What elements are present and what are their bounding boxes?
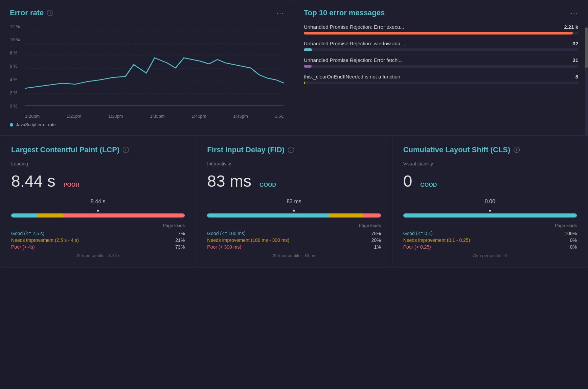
chart-x-axis: 1:20pm 1:25pm 1:30pm 1:35pm 1:40pm 1:45p… bbox=[25, 114, 284, 119]
fid-stat-needs: Needs improvement (100 ms - 300 ms) 20% bbox=[207, 237, 381, 243]
fid-stat-poor-value: 1% bbox=[374, 244, 381, 250]
lcp-subtitle: Loading bbox=[11, 161, 185, 166]
fid-title: First Input Delay (FID) i bbox=[207, 145, 294, 154]
cls-stat-needs: Needs improvement (0.1 - 0.25) 0% bbox=[403, 237, 577, 243]
chart-svg-container bbox=[25, 24, 284, 109]
error-rate-title: Error rate i bbox=[10, 8, 53, 17]
error-item[interactable]: Unhandled Promise Rejection: Error execu… bbox=[304, 24, 578, 35]
lcp-stat-needs: Needs improvement (2.5 s - 4 s) 21% bbox=[11, 237, 185, 243]
lcp-info-icon[interactable]: i bbox=[123, 147, 129, 153]
cls-gauge-bar bbox=[403, 213, 577, 218]
cls-gauge-section: 0.00 ▼ bbox=[403, 199, 577, 218]
error-bar-2 bbox=[304, 48, 312, 51]
cls-value-row: 0 GOOD bbox=[403, 172, 577, 190]
error-bar-container-4 bbox=[304, 82, 578, 84]
fid-stat-good-label: Good (<= 100 ms) bbox=[207, 231, 246, 236]
cls-stat-needs-value: 0% bbox=[570, 237, 577, 243]
cls-title-text: Cumulative Layout Shift (CLS) bbox=[403, 145, 511, 154]
lcp-stat-needs-label: Needs improvement (2.5 s - 4 s) bbox=[11, 237, 79, 243]
error-bar-container-1 bbox=[304, 32, 578, 35]
error-bar-4 bbox=[304, 82, 305, 84]
lcp-page-loads: Page loads bbox=[11, 223, 185, 228]
legend-dot-js-error bbox=[10, 123, 13, 127]
fid-panel: First Input Delay (FID) i Interactivity … bbox=[196, 136, 392, 268]
fid-percentile: 75th percentile - 83 ms bbox=[207, 253, 381, 258]
fid-subtitle: Interactivity bbox=[207, 161, 381, 166]
top-errors-header: Top 10 error messages ··· bbox=[304, 8, 578, 17]
error-rate-chart: 12 % 10 % 8 % 6 % 4 % 2 % 0 % bbox=[10, 24, 284, 119]
cls-stat-needs-label: Needs improvement (0.1 - 0.25) bbox=[403, 237, 470, 243]
lcp-stat-good: Good (<= 2.5 s) 7% bbox=[11, 231, 185, 236]
fid-value: 83 ms bbox=[207, 172, 251, 190]
lcp-stat-poor-value: 73% bbox=[175, 244, 185, 250]
legend-label-js-error: JavaScript error rate bbox=[16, 122, 56, 127]
lcp-stat-poor-label: Poor (> 4s) bbox=[11, 244, 35, 250]
lcp-value-row: 8.44 s POOR bbox=[11, 172, 185, 190]
fid-stat-poor: Poor (> 300 ms) 1% bbox=[207, 244, 381, 250]
lcp-badge: POOR bbox=[61, 181, 82, 189]
lcp-bar-good bbox=[11, 213, 37, 218]
error-item[interactable]: this._clearOnEndIfNeeded is not a functi… bbox=[304, 74, 578, 84]
top-errors-menu[interactable]: ··· bbox=[570, 9, 578, 17]
cls-title: Cumulative Layout Shift (CLS) i bbox=[403, 145, 520, 154]
fid-gauge-bar bbox=[207, 213, 381, 218]
cls-page-loads: Page loads bbox=[403, 223, 577, 228]
error-bar-1 bbox=[304, 32, 573, 35]
lcp-stat-needs-value: 21% bbox=[175, 237, 185, 243]
scrollbar[interactable] bbox=[585, 27, 588, 135]
fid-stat-poor-label: Poor (> 300 ms) bbox=[207, 244, 241, 250]
lcp-percentile: 75th percentile - 8.44 s bbox=[11, 253, 185, 258]
fid-gauge-label: 83 ms bbox=[207, 199, 381, 205]
fid-value-row: 83 ms GOOD bbox=[207, 172, 381, 190]
cls-stat-poor: Poor (> 0.25) 0% bbox=[403, 244, 577, 250]
bottom-panels: Largest Contentful Paint (LCP) i Loading… bbox=[0, 136, 588, 268]
error-count-2: 32 bbox=[572, 41, 578, 46]
lcp-stat-good-value: 7% bbox=[178, 231, 185, 236]
error-count-1: 2.21 k bbox=[564, 24, 578, 30]
error-count-3: 31 bbox=[572, 57, 578, 63]
fid-bar-poor bbox=[363, 213, 381, 218]
error-message-3: Unhandled Promise Rejection: Error fetch… bbox=[304, 57, 403, 63]
lcp-gauge-label: 8.44 s bbox=[11, 199, 185, 205]
cls-stat-poor-value: 0% bbox=[570, 244, 577, 250]
fid-page-loads: Page loads bbox=[207, 223, 381, 228]
fid-stat-needs-value: 20% bbox=[371, 237, 381, 243]
fid-title-text: First Input Delay (FID) bbox=[207, 145, 285, 154]
top-errors-panel: Top 10 error messages ··· Unhandled Prom… bbox=[294, 0, 588, 136]
lcp-panel: Largest Contentful Paint (LCP) i Loading… bbox=[0, 136, 196, 268]
error-rate-header: Error rate i ··· bbox=[10, 8, 284, 17]
lcp-stat-good-label: Good (<= 2.5 s) bbox=[11, 231, 44, 236]
lcp-value: 8.44 s bbox=[11, 172, 55, 190]
error-bar-container-3 bbox=[304, 65, 578, 68]
cls-gauge-label: 0.00 bbox=[403, 199, 577, 205]
cls-info-icon[interactable]: i bbox=[514, 147, 520, 153]
fid-gauge-arrow: ▼ bbox=[207, 208, 381, 213]
cls-badge: GOOD bbox=[417, 181, 439, 189]
cls-gauge-arrow: ▼ bbox=[403, 208, 577, 213]
lcp-title: Largest Contentful Paint (LCP) i bbox=[11, 145, 129, 154]
fid-gauge-section: 83 ms ▼ bbox=[207, 199, 381, 218]
lcp-header: Largest Contentful Paint (LCP) i bbox=[11, 145, 185, 154]
error-rate-panel: Error rate i ··· 12 % 10 % 8 % 6 % 4 % 2… bbox=[0, 0, 294, 136]
error-item[interactable]: Unhandled Promise Rejection: window.ana.… bbox=[304, 41, 578, 51]
top-errors-title: Top 10 error messages bbox=[304, 8, 385, 17]
cls-value: 0 bbox=[403, 172, 412, 190]
lcp-gauge-section: 8.44 s ▼ bbox=[11, 199, 185, 218]
error-item[interactable]: Unhandled Promise Rejection: Error fetch… bbox=[304, 57, 578, 68]
lcp-bar-poor bbox=[63, 213, 185, 218]
scrollbar-thumb bbox=[585, 27, 588, 68]
fid-info-icon[interactable]: i bbox=[288, 147, 294, 153]
cls-stat-poor-label: Poor (> 0.25) bbox=[403, 244, 431, 250]
lcp-title-text: Largest Contentful Paint (LCP) bbox=[11, 145, 119, 154]
top-errors-title-text: Top 10 error messages bbox=[304, 8, 385, 17]
error-rate-title-text: Error rate bbox=[10, 8, 44, 17]
chart-y-axis: 12 % 10 % 8 % 6 % 4 % 2 % 0 % bbox=[10, 24, 23, 109]
error-rate-menu[interactable]: ··· bbox=[276, 9, 284, 17]
fid-bar-needs bbox=[329, 213, 364, 218]
lcp-stat-poor: Poor (> 4s) 73% bbox=[11, 244, 185, 250]
fid-badge: GOOD bbox=[257, 181, 279, 189]
error-rate-info-icon[interactable]: i bbox=[47, 10, 53, 16]
lcp-bar-needs bbox=[37, 213, 63, 218]
lcp-gauge-arrow: ▼ bbox=[11, 208, 185, 213]
cls-subtitle: Visual stability bbox=[403, 161, 577, 166]
